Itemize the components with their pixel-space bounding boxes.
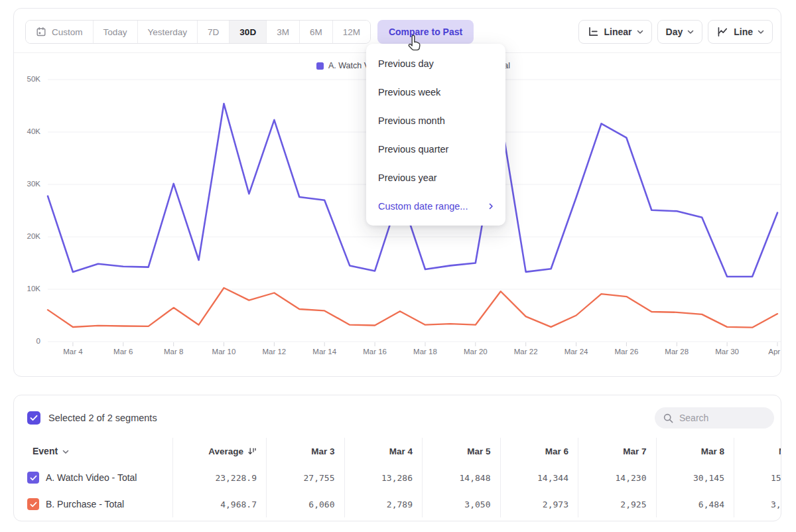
menu-item-previous-quarter[interactable]: Previous quarter [366,135,505,163]
date-range-30d[interactable]: 30D [229,21,266,43]
table-row: B. Purchase - Total4,968.76,0602,7893,05… [14,491,781,517]
chevron-right-icon [489,203,494,210]
date-range-label: 30D [239,27,256,37]
x-axis-label: Mar 10 [203,348,245,356]
value-cell: 30,145 [656,464,734,491]
event-cell: B. Purchase - Total [14,491,172,517]
value-cell: 2,973 [500,491,578,517]
compare-dropdown-menu: Previous dayPrevious weekPrevious monthP… [366,44,505,226]
linear-dropdown-button[interactable]: Linear [578,20,652,44]
pointer-cursor-icon [406,33,425,54]
value-cell: 2,925 [578,491,656,517]
menu-item-previous-week[interactable]: Previous week [366,78,505,106]
segments-card: Selected 2 of 2 segments EventAverageMar… [13,395,781,521]
date-range-label: 3M [277,27,289,37]
date-range-7d[interactable]: 7D [197,21,229,43]
value-cell: 13,286 [344,464,423,491]
x-axis-label: Mar 24 [555,348,598,356]
menu-item-label: Previous year [378,172,437,183]
value-cell: 14,230 [578,464,656,491]
menu-item-previous-month[interactable]: Previous month [366,106,505,135]
value-cell: 2,789 [344,491,423,517]
menu-item-label: Custom date range... [378,201,468,212]
event-label: B. Purchase - Total [46,499,124,509]
x-axis-label: Mar 22 [505,348,547,356]
legend-swatch [316,62,324,70]
menu-item-previous-year[interactable]: Previous year [366,163,505,192]
date-range-label: 7D [208,27,219,37]
menu-item-custom-date-range[interactable]: Custom date range... [366,192,505,220]
control-label: Line [734,27,753,37]
y-axis-label: 40K [14,127,40,135]
value-cell: 6,484 [656,491,734,517]
date-column-header[interactable]: Mar 8 [656,438,734,464]
chevron-down-icon [687,30,694,34]
value-cell: 6,060 [266,491,344,517]
date-range-label: Yesterday [148,27,188,37]
date-range-group: CustomTodayYesterday7D30D3M6M12M [25,20,371,44]
select-all-checkbox[interactable] [27,411,40,425]
event-cell: A. Watch Video - Total [14,464,172,491]
y-axis-label: 30K [14,180,40,188]
date-range-today[interactable]: Today [93,21,137,43]
date-range-yesterday[interactable]: Yesterday [137,21,198,43]
date-range-3m[interactable]: 3M [266,21,299,43]
y-axis-label: 0 [14,337,40,345]
x-axis-label: Mar 6 [102,348,145,356]
chevron-down-icon [62,450,69,454]
value-cell: 14,848 [422,464,500,491]
date-column-header[interactable]: Mar 5 [422,438,500,464]
y-axis-label: 50K [14,75,40,83]
date-column-header[interactable]: Mar 4 [344,438,423,464]
table-row: A. Watch Video - Total23,228.927,75513,2… [14,464,781,491]
date-range-12m[interactable]: 12M [332,21,370,43]
x-axis-label: Mar 14 [303,348,346,356]
date-range-custom[interactable]: Custom [26,21,93,43]
search-input-wrapper [655,407,774,429]
event-label: A. Watch Video - Total [46,472,137,483]
date-range-label: 6M [310,27,322,37]
menu-item-label: Previous quarter [378,144,448,155]
analytics-report-page: CustomTodayYesterday7D30D3M6M12M Compare… [0,0,796,532]
control-label: Day [666,27,683,37]
value-cell: 15, [734,464,781,491]
date-range-6m[interactable]: 6M [299,21,332,43]
value-cell: 3, [734,491,781,517]
average-value: 4,968.7 [172,491,266,517]
line-dropdown-button[interactable]: Line [708,20,773,44]
segments-table: EventAverageMar 3Mar 4Mar 5Mar 6Mar 7Mar… [14,438,781,517]
segment-checkbox[interactable] [27,498,39,510]
search-icon [663,413,674,424]
table-header-row: EventAverageMar 3Mar 4Mar 5Mar 6Mar 7Mar… [14,438,781,464]
segment-checkbox[interactable] [27,472,39,484]
x-axis-label: Mar 20 [454,348,497,356]
menu-item-label: Previous week [378,87,440,98]
date-column-header[interactable]: M [734,438,781,464]
date-column-header[interactable]: Mar 3 [266,438,344,464]
compare-to-past-button[interactable]: Compare to Past [377,20,474,44]
x-axis-label: Mar 4 [52,348,94,356]
menu-item-previous-day[interactable]: Previous day [366,49,505,78]
view-controls-group: LinearDayLine [578,20,773,44]
value-cell: 27,755 [266,464,344,491]
control-label: Linear [604,27,632,37]
axis-icon [587,26,599,38]
x-axis-label: Mar 16 [354,348,396,356]
calendar-icon [36,27,46,37]
date-range-label: 12M [343,27,360,37]
search-input[interactable] [679,413,766,423]
date-range-label: Custom [52,27,83,37]
chevron-down-icon [637,30,643,34]
x-axis-label: Mar 26 [605,348,647,356]
x-axis-label: Mar 28 [655,348,698,356]
y-axis-label: 20K [14,232,40,240]
date-column-header[interactable]: Mar 6 [500,438,578,464]
event-column-header[interactable]: Event [14,438,172,464]
selection-summary: Selected 2 of 2 segments [48,413,157,423]
line-chart-icon [716,26,728,38]
day-dropdown-button[interactable]: Day [657,20,703,44]
x-axis-label: Mar 12 [253,348,295,356]
average-column-header[interactable]: Average [172,438,266,464]
x-axis-label: Mar 18 [404,348,446,356]
date-column-header[interactable]: Mar 7 [578,438,656,464]
